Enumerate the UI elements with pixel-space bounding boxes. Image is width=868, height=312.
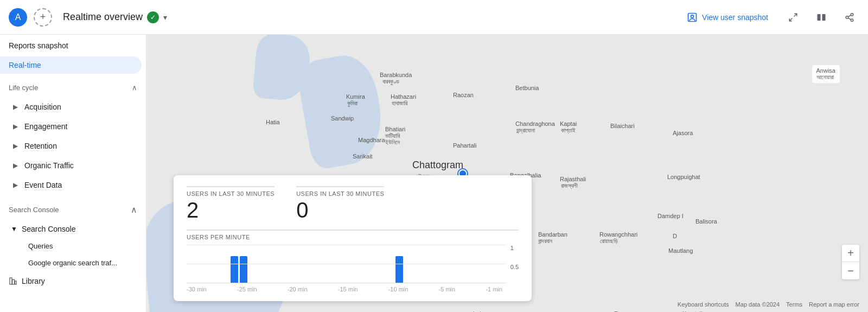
map-label-yunine: ইউনিনে xyxy=(385,139,400,146)
compare-button[interactable] xyxy=(812,8,831,27)
svg-point-1 xyxy=(691,15,694,17)
map-label-mautlang: Mautlang xyxy=(668,247,693,254)
sidebar-item-retention[interactable]: ▶ Retention xyxy=(0,136,146,156)
sidebar-item-search-console[interactable]: ▼ Search Console xyxy=(0,220,146,238)
lifecycle-section-header[interactable]: Life cycle ∧ xyxy=(0,78,146,97)
bar-minus10 xyxy=(395,256,403,283)
map-label-chandraghona-bn: চান্দ্রাঘোনা xyxy=(516,127,535,134)
acquisition-label: Acquisition xyxy=(24,103,61,111)
svg-rect-5 xyxy=(822,14,826,21)
map-label-barabkunda: Barabkunda xyxy=(380,72,412,78)
chart-label: USERS PER MINUTE xyxy=(187,230,519,240)
map-label-raozan: Raozan xyxy=(453,92,474,98)
map-label-pahartali: Pahartali xyxy=(453,142,476,149)
map-label-bandarban: Bandarban xyxy=(538,231,567,238)
y-label-mid: 0.5 xyxy=(510,264,519,270)
view-user-snapshot-button[interactable]: View user snapshot xyxy=(680,8,775,27)
zoom-in-button[interactable]: + xyxy=(842,245,859,262)
sidebar-item-acquisition[interactable]: ▶ Acquisition xyxy=(0,97,146,117)
map-label-magdhara: Magdhara xyxy=(358,137,385,143)
search-console-section: Search Console ∧ ▼ Search Console Querie… xyxy=(0,199,146,271)
map-data-label: Map data ©2024 xyxy=(736,301,780,308)
gridline-bottom xyxy=(187,283,506,283)
map-footer: Keyboard shortcuts Map data ©2024 Terms … xyxy=(678,301,859,308)
sidebar-item-engagement[interactable]: ▶ Engagement xyxy=(0,117,146,136)
chevron-up-icon: ∧ xyxy=(131,205,137,215)
avatar[interactable]: A xyxy=(9,8,27,27)
sidebar-item-realtime[interactable]: Real-time xyxy=(0,56,142,74)
lifecycle-section: Life cycle ∧ ▶ Acquisition ▶ Engagement … xyxy=(0,78,146,195)
overlay-card: USERS IN LAST 30 MINUTES 2 USERS IN LAST… xyxy=(174,175,532,301)
sidebar: Reports snapshot Real-time Life cycle ∧ … xyxy=(0,35,146,312)
svg-point-6 xyxy=(851,13,853,16)
bar-minus25b xyxy=(240,256,247,283)
chart-y-labels: 1 0.5 xyxy=(506,245,519,283)
map-label-rajasthali-bn: রাজস্থলী xyxy=(561,182,578,189)
map-label-hatia: Hatia xyxy=(266,119,280,125)
x-label-minus10: -10 min xyxy=(388,286,409,292)
engagement-label: Engagement xyxy=(24,122,67,131)
main-layout: Reports snapshot Real-time Life cycle ∧ … xyxy=(0,35,868,312)
svg-rect-11 xyxy=(10,278,12,284)
gridline-mid xyxy=(187,264,506,264)
chart-x-labels: -30 min -25 min -20 min -15 min -10 min … xyxy=(187,286,519,292)
arrow-down-icon: ▼ xyxy=(11,225,17,233)
add-property-button[interactable]: + xyxy=(34,8,52,27)
reports-snapshot-label: Reports snapshot xyxy=(0,35,146,56)
search-console-section-header[interactable]: Search Console ∧ xyxy=(0,199,146,220)
report-map-error-link[interactable]: Report a map error xyxy=(809,301,859,308)
map-popup-anwisa: Anwisa আনোয়ারা xyxy=(812,65,840,83)
retention-label: Retention xyxy=(24,142,57,150)
sidebar-item-library[interactable]: Library xyxy=(0,271,146,291)
page-title-area: Realtime overview ✓ ▾ xyxy=(63,11,167,23)
metric-block-1: USERS IN LAST 30 MINUTES 2 xyxy=(187,186,275,221)
library-label: Library xyxy=(22,277,45,285)
metric-1-value: 2 xyxy=(187,199,275,221)
sidebar-item-event-data[interactable]: ▶ Event Data xyxy=(0,175,146,195)
content-area: Barabkunda বারবকুণ্ড Kumira কুমিরা Hatha… xyxy=(146,35,868,312)
map-label-hathazari-bn: হাথাজারি xyxy=(392,100,407,107)
share-button[interactable] xyxy=(840,8,859,27)
page-title: Realtime overview xyxy=(63,11,143,23)
sidebar-item-google-organic[interactable]: Google organic search traf... xyxy=(0,254,146,271)
chart-section: USERS PER MINUTE xyxy=(187,230,519,292)
chart-container: 1 0.5 xyxy=(187,245,519,283)
map-label-sandwip: Sandwip xyxy=(331,115,354,122)
dropdown-arrow-icon[interactable]: ▾ xyxy=(163,13,167,22)
map-label-sarikait: Sarikait xyxy=(353,153,373,160)
chevron-up-icon: ∧ xyxy=(132,84,137,92)
terms-link[interactable]: Terms xyxy=(786,301,802,308)
arrow-icon: ▶ xyxy=(13,162,18,169)
library-icon xyxy=(9,277,17,285)
map-label-rajasthali: Rajasthali xyxy=(560,176,586,182)
keyboard-shortcuts[interactable]: Keyboard shortcuts xyxy=(678,301,729,308)
share-icon xyxy=(845,12,854,22)
map-label-damdep: Damdep I xyxy=(658,213,684,219)
sidebar-item-organic-traffic[interactable]: ▶ Organic Traffic xyxy=(0,156,146,175)
map-label-chattogram: Chattogram xyxy=(412,160,463,171)
search-console-section-label: Search Console xyxy=(9,206,59,214)
map-label-betbunia: Betbunia xyxy=(515,85,539,91)
x-label-minus20: -20 min xyxy=(288,286,308,292)
map-background[interactable]: Barabkunda বারবকুণ্ড Kumira কুমিরা Hatha… xyxy=(146,35,868,312)
zoom-out-button[interactable]: − xyxy=(842,262,859,279)
sidebar-item-queries[interactable]: Queries xyxy=(0,238,146,254)
chart-bars-container xyxy=(187,245,506,283)
map-label-ajasora: Ajasora xyxy=(673,130,693,136)
snapshot-icon xyxy=(687,12,698,23)
x-label-minus1: -1 min xyxy=(486,286,502,292)
bar-minus25a xyxy=(231,256,238,283)
svg-rect-13 xyxy=(15,281,16,284)
x-label-minus30: -30 min xyxy=(187,286,207,292)
map-label-rowangchhari-bn: রোয়াংছড়ি xyxy=(600,238,618,245)
search-console-item-label: Search Console xyxy=(22,225,76,233)
map-label-longpuighat: Longpuighat xyxy=(667,174,700,180)
gridline-top xyxy=(187,245,506,245)
map-label-balisora: Balisora xyxy=(695,218,717,225)
metrics-row: USERS IN LAST 30 MINUTES 2 USERS IN LAST… xyxy=(187,186,519,221)
status-check-icon: ✓ xyxy=(147,11,159,23)
lifecycle-label: Life cycle xyxy=(9,84,38,92)
map-label-kaptai-bn: কাপ্তাই xyxy=(561,127,576,134)
fullscreen-button[interactable] xyxy=(783,8,803,27)
y-label-max: 1 xyxy=(510,245,519,251)
